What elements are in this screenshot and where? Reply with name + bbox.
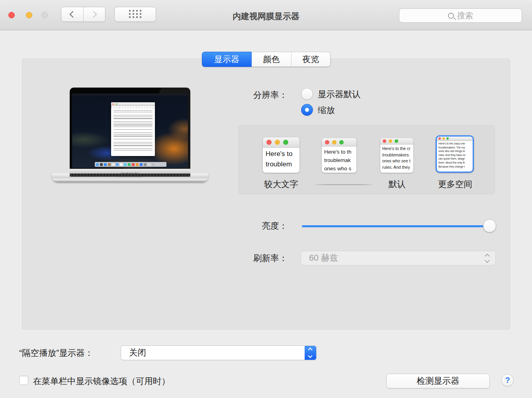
detect-displays-button[interactable]: 检测显示器 <box>386 374 490 388</box>
thumb-titlebar <box>322 138 356 146</box>
tab-display[interactable]: 显示器 <box>202 52 252 67</box>
refresh-rate-label: 刷新率： <box>167 252 288 264</box>
help-button[interactable]: ? <box>501 374 514 386</box>
scaled-option-label-default: 默认 <box>365 178 429 190</box>
system-preferences-window: 内建视网膜显示器 搜索 显示器 颜色 夜览 <box>0 0 532 398</box>
scaled-option-label-larger-text: 较大文字 <box>249 178 313 190</box>
brightness-slider-knob[interactable] <box>483 219 496 232</box>
search-icon <box>448 13 454 19</box>
macbook-trackpad-notch <box>117 177 143 179</box>
search-input[interactable]: 搜索 <box>399 8 522 23</box>
search-placeholder: 搜索 <box>457 10 473 21</box>
macbook-dock <box>95 162 166 167</box>
thumb-titlebar <box>263 137 299 148</box>
airplay-display-value: 关闭 <box>129 346 146 360</box>
radio-scaled-label: 缩放 <box>318 104 335 116</box>
macbook-textedit-window <box>111 102 155 156</box>
scaled-option-larger-text[interactable]: Here's to troublem <box>263 137 299 173</box>
brightness-slider-track[interactable] <box>302 225 495 227</box>
thumb-titlebar <box>380 138 413 144</box>
show-mirroring-options-label: 在菜单栏中显示镜像选项（可用时） <box>33 375 170 387</box>
macbook-lower-bezel: MacBook Pro <box>70 169 190 174</box>
titlebar: 内建视网膜显示器 搜索 <box>0 0 532 30</box>
scaled-option-label-more-space: 更多空间 <box>423 178 487 190</box>
resolution-label: 分辨率： <box>167 89 288 101</box>
resolution-option-scaled[interactable]: 缩放 <box>301 103 335 116</box>
tab-night-shift[interactable]: 夜览 <box>291 52 331 67</box>
scaled-option-separator-line <box>314 184 373 185</box>
macbook-display-wallpaper <box>72 94 188 168</box>
stepper-chevrons-icon <box>485 254 490 263</box>
scaled-option-default[interactable]: Here's to the cr troublemakers. ones who… <box>380 138 413 173</box>
tab-color[interactable]: 颜色 <box>252 52 291 67</box>
scaled-resolutions-panel: Here's to troublem Here's to th troublem… <box>238 125 495 194</box>
radio-default[interactable] <box>301 88 313 100</box>
scaled-option-2[interactable]: Here's to th troublemak ones who s <box>322 138 356 173</box>
macbook-base <box>52 174 208 182</box>
macbook-keyboard <box>70 174 190 177</box>
radio-scaled[interactable] <box>301 104 313 116</box>
dropdown-chevrons-icon[interactable] <box>305 346 316 360</box>
airplay-display-label: “隔空播放”显示器： <box>19 347 93 359</box>
airplay-display-dropdown[interactable]: 关闭 <box>121 345 317 360</box>
macbook-illustration: MacBook Pro <box>52 87 208 182</box>
scaled-option-more-space-selected[interactable]: Here's to the crazy one troublemakers. T… <box>436 135 474 173</box>
resolution-option-default[interactable]: 显示器默认 <box>301 88 361 100</box>
macbook-textedit-text <box>111 108 155 155</box>
thumb-titlebar <box>437 137 473 141</box>
tab-bar: 显示器 颜色 夜览 <box>202 52 331 67</box>
brightness-slider[interactable] <box>301 219 496 233</box>
macbook-textedit-titlebar <box>111 102 155 106</box>
refresh-rate-value: 60 赫兹 <box>309 251 338 265</box>
brightness-label: 亮度： <box>167 220 288 232</box>
radio-default-label: 显示器默认 <box>318 88 361 100</box>
mini-close-icon <box>112 103 113 105</box>
show-mirroring-options-checkbox[interactable] <box>19 376 28 385</box>
refresh-rate-dropdown: 60 赫兹 <box>301 251 496 265</box>
mini-zoom-icon <box>116 103 117 105</box>
mini-minimize-icon <box>114 103 115 105</box>
